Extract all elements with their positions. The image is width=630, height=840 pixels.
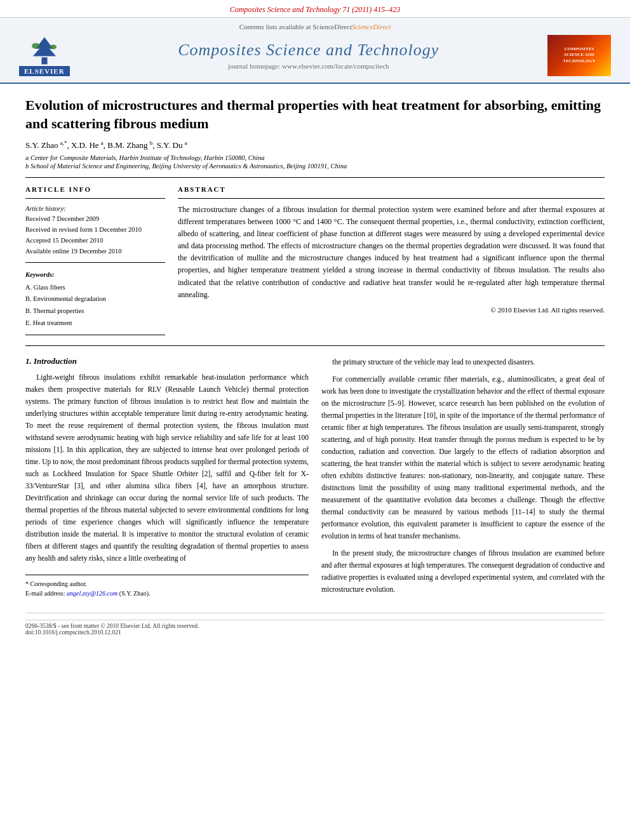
- keyword-1: A. Glass fibers: [25, 282, 165, 294]
- issn-line: 0266-3538/$ - see front matter © 2010 El…: [25, 623, 605, 629]
- journal-homepage: journal homepage: www.elsevier.com/locat…: [70, 62, 547, 70]
- bottom-bar: 0266-3538/$ - see front matter © 2010 El…: [25, 620, 605, 636]
- elsevier-tree-icon: [22, 34, 67, 66]
- intro-right-text: the primary structure of the vehicle may…: [321, 356, 605, 595]
- received-revised-date: Received in revised form 1 December 2010: [25, 225, 165, 236]
- divider-info-top: [25, 198, 165, 199]
- bottom-divider: [25, 613, 605, 613]
- keywords-label: Keywords:: [25, 271, 55, 278]
- journal-header: Contents lists available at ScienceDirec…: [0, 18, 630, 84]
- footnote-section: * Corresponding author. E-mail address: …: [25, 575, 309, 598]
- abstract-column: ABSTRACT The microstructure changes of a…: [178, 185, 605, 336]
- elsevier-wordmark: ELSEVIER: [19, 66, 70, 76]
- journal-citation: Composites Science and Technology 71 (20…: [0, 0, 630, 18]
- keyword-3: B. Thermal properties: [25, 305, 165, 317]
- journal-title-section: Composites Science and Technology journa…: [70, 41, 547, 70]
- author-zhao: S.Y. Zhao a,*, X.D. He a, B.M. Zhang b, …: [25, 140, 187, 150]
- sciencedirect-label: Contents lists available at ScienceDirec…: [239, 23, 352, 30]
- email-label: E-mail address:: [25, 590, 67, 597]
- introduction-section: 1. Introduction Light-weight fibrous ins…: [25, 356, 605, 600]
- intro-left-column: 1. Introduction Light-weight fibrous ins…: [25, 356, 309, 600]
- svg-point-3: [32, 43, 40, 49]
- svg-point-4: [50, 44, 57, 49]
- keyword-2: B. Environmental degradation: [25, 293, 165, 305]
- journal-logo-text: COMPOSITESSCIENCE ANDTECHNOLOGY: [563, 46, 596, 63]
- footnote-email: E-mail address: angel.zsy@126.com (S.Y. …: [25, 589, 309, 598]
- history-label: Article history:: [25, 204, 165, 215]
- divider-info-bot: [25, 335, 165, 335]
- footnote-corresponding: * Corresponding author.: [25, 579, 309, 589]
- article-title: Evolution of microstructures and thermal…: [25, 97, 605, 133]
- divider-abstract-top: [178, 198, 605, 199]
- journal-logo-right: COMPOSITESSCIENCE ANDTECHNOLOGY: [547, 35, 611, 76]
- svg-rect-0: [41, 57, 47, 64]
- authors-line: S.Y. Zhao a,*, X.D. He a, B.M. Zhang b, …: [25, 139, 605, 150]
- abstract-text: The microstructure changes of a fibrous …: [178, 204, 605, 302]
- divider-info-mid: [25, 262, 165, 263]
- doi-line: doi:10.1016/j.compscitech.2010.12.021: [25, 629, 605, 636]
- citation-text: Composites Science and Technology 71 (20…: [230, 5, 401, 14]
- available-online-date: Available online 19 December 2010: [25, 246, 165, 257]
- keywords-section: Keywords: A. Glass fibers B. Environment…: [25, 269, 165, 330]
- accepted-date: Accepted 15 December 2010: [25, 236, 165, 246]
- article-info-abstract-section: ARTICLE INFO Article history: Received 7…: [25, 185, 605, 336]
- keywords-list: A. Glass fibers B. Environmental degrada…: [25, 282, 165, 330]
- sciencedirect-line: Contents lists available at ScienceDirec…: [0, 18, 630, 30]
- intro-heading: 1. Introduction: [25, 356, 309, 366]
- email-address: angel.zsy@126.com: [67, 590, 117, 597]
- intro-left-text: Light-weight fibrous insulations exhibit…: [25, 371, 309, 564]
- email-author: (S.Y. Zhao).: [117, 590, 150, 597]
- received-date: Received 7 December 2009: [25, 214, 165, 225]
- main-content: Evolution of microstructures and thermal…: [0, 84, 630, 648]
- intro-para-1: Light-weight fibrous insulations exhibit…: [25, 371, 309, 564]
- abstract-label: ABSTRACT: [178, 185, 605, 193]
- divider-1: [25, 177, 605, 178]
- keyword-4: E. Heat treatment: [25, 317, 165, 330]
- copyright-line: © 2010 Elsevier Ltd. All rights reserved…: [178, 306, 605, 314]
- divider-2: [25, 345, 605, 346]
- sciencedirect-brand: ScienceDirect: [352, 23, 391, 30]
- affiliation-b: b School of Material Science and Enginee…: [25, 163, 605, 170]
- intro-para-2: the primary structure of the vehicle may…: [321, 356, 605, 368]
- intro-para-3: For commercially available ceramic fiber…: [321, 373, 605, 542]
- journal-title: Composites Science and Technology: [70, 41, 547, 60]
- affiliation-a: a Center for Composite Materials, Harbin…: [25, 154, 605, 161]
- article-info-label: ARTICLE INFO: [25, 185, 165, 193]
- intro-right-column: the primary structure of the vehicle may…: [321, 356, 605, 600]
- article-history: Article history: Received 7 December 200…: [25, 204, 165, 257]
- intro-para-4: In the present study, the microstructure…: [321, 547, 605, 596]
- elsevier-logo: ELSEVIER: [19, 34, 70, 76]
- article-info-column: ARTICLE INFO Article history: Received 7…: [25, 185, 165, 336]
